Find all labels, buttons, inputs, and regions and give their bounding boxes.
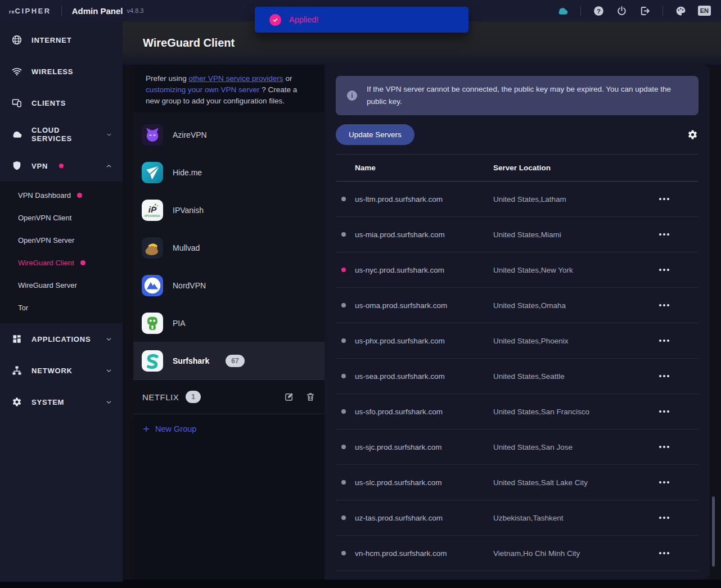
- provider-name: Hide.me: [173, 168, 202, 177]
- new-group-button[interactable]: New Group: [133, 414, 325, 444]
- provider-item-nordvpn[interactable]: NordVPN: [133, 266, 325, 304]
- main-content: WireGuard Client Prefer using other VPN …: [123, 21, 721, 580]
- info-icon: i: [347, 91, 357, 101]
- sidebar-item-wireless[interactable]: WIRELESS: [0, 56, 123, 87]
- intro-text-middle: or: [283, 74, 292, 83]
- sidebar-item-label: INTERNET: [31, 36, 71, 44]
- provider-item-mullvad[interactable]: Mullvad: [133, 229, 325, 266]
- devices-icon: [11, 97, 22, 108]
- globe-icon: [11, 34, 22, 46]
- sidebar-subitem-wireguard-client[interactable]: WireGuard Client: [0, 251, 123, 274]
- trash-icon[interactable]: [305, 392, 316, 402]
- sidebar-subitem-wireguard-server[interactable]: WireGuard Server: [0, 274, 123, 296]
- sidebar-subitem-label: Tor: [18, 304, 28, 312]
- help-icon[interactable]: ?: [593, 5, 605, 17]
- row-actions-menu-icon[interactable]: [654, 269, 699, 271]
- content-body: Prefer using other VPN service providers…: [123, 65, 721, 580]
- server-status-dot: [341, 445, 346, 449]
- sidebar-subitem-openvpn-client[interactable]: OpenVPN Client: [0, 206, 123, 229]
- row-actions-menu-icon[interactable]: [654, 410, 699, 413]
- sidebar-item-internet[interactable]: INTERNET: [0, 24, 123, 56]
- sidebar-item-clients[interactable]: CLIENTS: [0, 87, 123, 119]
- azirevpn-logo-icon: [142, 124, 163, 146]
- server-row: us-nyc.prod.surfshark.com United States,…: [336, 252, 699, 288]
- row-actions-menu-icon[interactable]: [654, 375, 699, 377]
- power-icon[interactable]: [616, 5, 628, 17]
- provider-item-hide-me[interactable]: Hide.me: [133, 153, 325, 191]
- topbar-divider: [61, 6, 62, 16]
- plus-icon: [142, 425, 150, 433]
- sidebar-item-applications[interactable]: APPLICATIONS: [0, 323, 123, 355]
- table-body: us-ltm.prod.surfshark.com United States,…: [336, 182, 699, 571]
- toast-applied: Applied!: [255, 7, 468, 33]
- sidebar-subitem-vpn-dashboard[interactable]: VPN Dashboard: [0, 184, 123, 206]
- brand-logo[interactable]: reCIPHER: [9, 7, 51, 15]
- language-badge[interactable]: EN: [698, 6, 711, 16]
- server-row: uz-tas.prod.surfshark.com Uzbekistan,Tas…: [336, 500, 699, 536]
- sidebar-subitem-label: OpenVPN Client: [18, 214, 71, 222]
- server-name: us-slc.prod.surfshark.com: [355, 478, 493, 487]
- table-settings-gear-icon[interactable]: [687, 129, 699, 141]
- provider-name: PIA: [173, 319, 186, 328]
- server-status-dot: [341, 515, 346, 520]
- sidebar-item-cloud-services[interactable]: CLOUD SERVICES: [0, 119, 123, 150]
- logout-icon[interactable]: [639, 5, 651, 17]
- row-actions-menu-icon[interactable]: [654, 446, 699, 448]
- row-actions-menu-icon[interactable]: [654, 304, 699, 306]
- cloud-status-icon[interactable]: [557, 5, 569, 17]
- sidebar: INTERNET WIRELESS CLIENTS CLOUD SERVICES…: [0, 21, 123, 582]
- provider-item-azirevpn[interactable]: AzireVPN: [133, 116, 325, 153]
- provider-item-surfshark[interactable]: Surfshark 67: [133, 342, 325, 379]
- group-row-netflix[interactable]: NETFLIX 1: [133, 379, 325, 414]
- server-location: Vietnam,Ho Chi Minh City: [493, 549, 654, 558]
- provider-item-ipvanish[interactable]: iPIPVANISH IPVanish: [133, 191, 325, 229]
- sidebar-item-label: CLOUD SERVICES: [31, 126, 97, 143]
- server-name: vn-hcm.prod.surfshark.com: [355, 549, 493, 558]
- topbar-actions: ? EN: [557, 5, 721, 17]
- sidebar-item-system[interactable]: SYSTEM: [0, 386, 123, 418]
- group-list: NETFLIX 1: [133, 379, 325, 414]
- row-actions-menu-icon[interactable]: [654, 198, 699, 200]
- topbar-divider: [663, 6, 663, 16]
- sidebar-item-vpn[interactable]: VPN: [0, 150, 123, 182]
- server-status-dot: [341, 268, 346, 272]
- provider-item-pia[interactable]: PIA: [133, 304, 325, 342]
- sidebar-item-network[interactable]: NETWORK: [0, 355, 123, 386]
- status-dot: [59, 164, 64, 168]
- vpn-providers-link[interactable]: other VPN service providers: [189, 74, 283, 83]
- provider-name: Surfshark: [173, 356, 209, 365]
- server-status-dot: [341, 338, 346, 343]
- server-status-dot: [341, 374, 346, 378]
- sidebar-item-label: SYSTEM: [31, 398, 64, 406]
- status-dot: [77, 193, 82, 198]
- row-actions-menu-icon[interactable]: [654, 552, 699, 554]
- provider-name: Mullvad: [173, 243, 200, 252]
- sidebar-item-label: APPLICATIONS: [31, 335, 91, 343]
- toast-text: Applied!: [289, 15, 318, 24]
- ipvanish-logo-icon: iPIPVANISH: [142, 200, 163, 221]
- row-actions-menu-icon[interactable]: [654, 340, 699, 342]
- toolbar: Update Servers: [336, 124, 699, 145]
- server-name: us-ltm.prod.surfshark.com: [355, 195, 493, 203]
- server-name: us-nyc.prod.surfshark.com: [355, 266, 493, 274]
- edit-icon[interactable]: [284, 392, 294, 402]
- update-servers-button[interactable]: Update Servers: [336, 124, 414, 145]
- row-actions-menu-icon[interactable]: [654, 233, 699, 236]
- sidebar-subitem-label: WireGuard Server: [18, 281, 77, 290]
- page-title: WireGuard Client: [143, 37, 235, 49]
- row-actions-menu-icon[interactable]: [654, 481, 699, 483]
- sidebar-subitem-tor[interactable]: Tor: [0, 296, 123, 319]
- server-row: us-mia.prod.surfshark.com United States,…: [336, 217, 699, 252]
- page-scrollbar-thumb[interactable]: [712, 496, 715, 567]
- server-status-dot: [341, 480, 346, 485]
- row-actions-menu-icon[interactable]: [654, 517, 699, 519]
- custom-vpn-server-link[interactable]: customizing your own VPN server: [146, 85, 260, 94]
- theme-palette-icon[interactable]: [675, 5, 687, 17]
- server-location: United States,Miami: [493, 230, 654, 239]
- provider-name: AzireVPN: [173, 130, 207, 139]
- server-name: us-phx.prod.surfshark.com: [355, 337, 493, 345]
- sidebar-submenu-vpn: VPN Dashboard OpenVPN Client OpenVPN Ser…: [0, 182, 123, 323]
- provider-name: NordVPN: [173, 281, 206, 290]
- sidebar-item-label: NETWORK: [31, 367, 73, 375]
- sidebar-subitem-openvpn-server[interactable]: OpenVPN Server: [0, 229, 123, 251]
